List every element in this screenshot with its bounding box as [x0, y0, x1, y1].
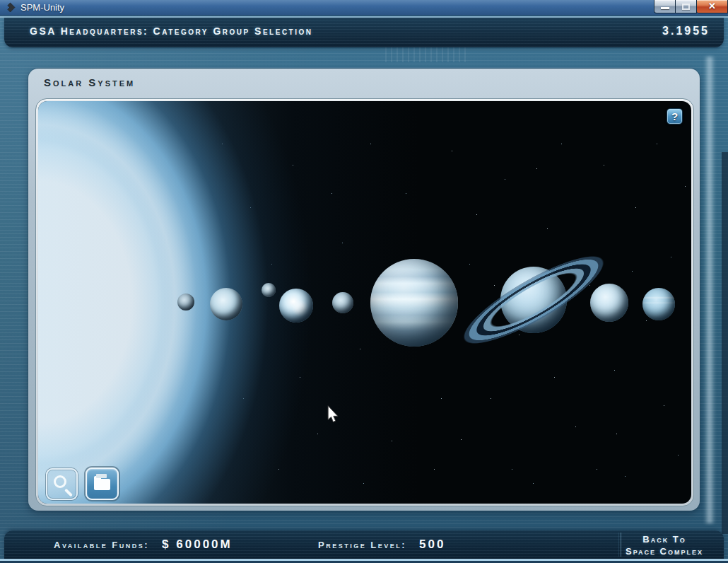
unity-icon [5, 2, 16, 13]
header-bar: GSA Headquarters: Category Group Selecti… [4, 18, 724, 47]
panel-title: Solar System [44, 76, 135, 88]
window-title: SPM-Unity [20, 2, 64, 13]
close-icon [697, 0, 727, 13]
planet-earth [279, 289, 313, 323]
planet-venus [210, 288, 242, 320]
back-to-space-complex-button[interactable]: Back To Space Complex [611, 533, 718, 557]
planet-uranus [590, 284, 628, 322]
titlebar: SPM-Unity [0, 0, 728, 16]
help-button[interactable]: ? [667, 108, 683, 124]
prestige-level-label: Prestige Level: [318, 540, 406, 550]
minimize-button[interactable] [654, 0, 676, 13]
mouse-cursor [327, 405, 339, 424]
maximize-button[interactable] [676, 0, 697, 13]
planet-mercury [177, 294, 194, 310]
solar-system-panel: Solar System ? [28, 69, 700, 511]
prestige-level: Prestige Level: 500 [318, 530, 445, 559]
minimize-icon [661, 7, 669, 9]
back-button-line1: Back To [642, 533, 686, 545]
close-button[interactable] [697, 0, 728, 13]
space-view: ? [38, 101, 691, 504]
image-frame: ? [35, 98, 694, 506]
available-funds-value: $ 60000M [162, 538, 233, 552]
app-window: SPM-Unity GSA Headquarters: Category Gro… [0, 0, 728, 563]
planet-moon [262, 283, 276, 297]
magnifier-icon [54, 475, 66, 488]
back-button-line2: Space Complex [626, 545, 703, 557]
folder-icon [94, 479, 110, 490]
maximize-icon [682, 4, 690, 10]
page-title: GSA Headquarters: Category Group Selecti… [30, 25, 313, 37]
available-funds: Available Funds: $ 60000M [54, 530, 233, 559]
stars [38, 101, 39, 102]
available-funds-label: Available Funds: [54, 540, 149, 550]
zoom-button[interactable] [46, 468, 78, 500]
planet-mars [332, 292, 353, 313]
planet-jupiter [370, 259, 458, 347]
background-dark-edge [722, 152, 728, 534]
prestige-level-value: 500 [419, 538, 445, 552]
date-display: 3.1955 [662, 25, 710, 37]
planet-saturn [500, 267, 567, 333]
planet-neptune [642, 288, 675, 320]
folder-button[interactable] [86, 468, 119, 500]
footer-bar: Available Funds: $ 60000M Prestige Level… [4, 530, 724, 559]
window-controls [654, 0, 728, 14]
background-light-strip [704, 57, 715, 523]
